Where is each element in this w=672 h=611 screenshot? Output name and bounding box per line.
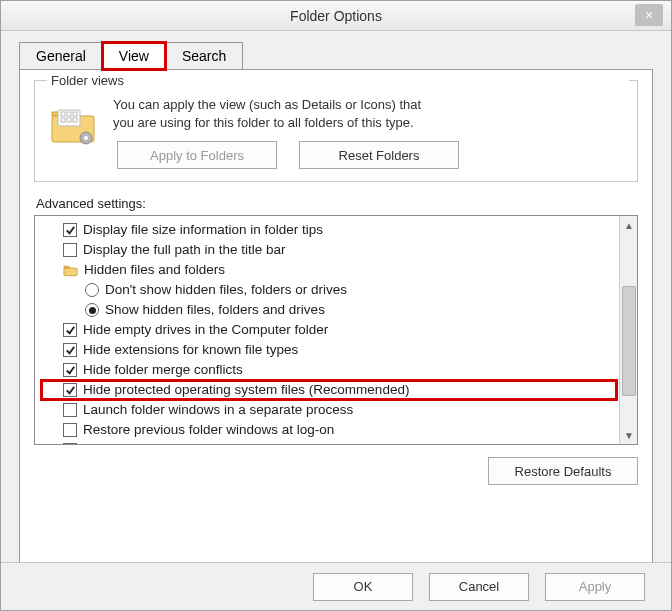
checkbox-unchecked-icon	[63, 423, 77, 437]
opt-launch-separate-process[interactable]: Launch folder windows in a separate proc…	[41, 400, 617, 420]
advanced-settings-label: Advanced settings:	[36, 196, 638, 211]
folder-views-legend: Folder views	[47, 73, 629, 88]
window-title: Folder Options	[290, 8, 382, 24]
scroll-down-icon[interactable]: ▼	[620, 426, 638, 444]
opt-label: Hide folder merge conflicts	[83, 360, 243, 380]
advanced-settings-list: Display file size information in folder …	[34, 215, 638, 445]
opt-label: Launch folder windows in a separate proc…	[83, 400, 353, 420]
checkbox-checked-icon	[63, 223, 77, 237]
tab-strip: General View Search	[1, 31, 671, 69]
opt-display-full-path[interactable]: Display the full path in the title bar	[41, 240, 617, 260]
checkbox-checked-icon	[63, 383, 77, 397]
tab-panel-view: Folder views	[19, 69, 653, 564]
opt-hide-empty-drives[interactable]: Hide empty drives in the Computer folder	[41, 320, 617, 340]
svg-rect-6	[67, 118, 71, 122]
checkbox-checked-icon	[63, 443, 77, 445]
cancel-button[interactable]: Cancel	[429, 573, 529, 601]
svg-point-9	[84, 136, 88, 140]
opt-hide-protected-os-files[interactable]: Hide protected operating system files (R…	[41, 380, 617, 400]
opt-hide-merge-conflicts[interactable]: Hide folder merge conflicts	[41, 360, 617, 380]
opt-show-hidden[interactable]: Show hidden files, folders and drives	[41, 300, 617, 320]
opt-label: Show drive letters	[83, 440, 190, 445]
opt-show-drive-letters[interactable]: Show drive letters	[41, 440, 617, 445]
folder-options-dialog: Folder Options × General View Search Fol…	[0, 0, 672, 611]
list-scrollbar[interactable]: ▲ ▼	[619, 216, 637, 444]
svg-rect-10	[64, 268, 77, 276]
restore-defaults-button[interactable]: Restore Defaults	[488, 457, 638, 485]
checkbox-unchecked-icon	[63, 243, 77, 257]
folder-views-group: Folder views	[34, 80, 638, 182]
opt-display-file-size[interactable]: Display file size information in folder …	[41, 220, 617, 240]
opt-label: Display file size information in folder …	[83, 220, 323, 240]
opt-label: Show hidden files, folders and drives	[105, 300, 325, 320]
opt-label: Hide empty drives in the Computer folder	[83, 320, 328, 340]
folder-views-desc-line2: you are using for this folder to all fol…	[113, 114, 459, 132]
svg-rect-7	[73, 118, 77, 122]
dialog-button-bar: OK Cancel Apply	[1, 562, 671, 610]
svg-rect-3	[67, 112, 71, 116]
tab-search[interactable]: Search	[165, 42, 243, 70]
opt-dont-show-hidden[interactable]: Don't show hidden files, folders or driv…	[41, 280, 617, 300]
reset-folders-button[interactable]: Reset Folders	[299, 141, 459, 169]
folder-icon	[63, 263, 78, 277]
folder-views-description: You can apply the view (such as Details …	[113, 96, 459, 169]
opt-label: Don't show hidden files, folders or driv…	[105, 280, 347, 300]
tab-view[interactable]: View	[102, 42, 166, 70]
opt-label: Display the full path in the title bar	[83, 240, 286, 260]
checkbox-unchecked-icon	[63, 403, 77, 417]
opt-label: Hidden files and folders	[84, 260, 225, 280]
scroll-thumb[interactable]	[622, 286, 636, 396]
opt-label: Hide protected operating system files (R…	[83, 380, 409, 400]
folder-views-desc-line1: You can apply the view (such as Details …	[113, 96, 459, 114]
svg-rect-2	[61, 112, 65, 116]
svg-rect-4	[73, 112, 77, 116]
scroll-up-icon[interactable]: ▲	[620, 216, 638, 234]
opt-hide-extensions[interactable]: Hide extensions for known file types	[41, 340, 617, 360]
opt-label: Restore previous folder windows at log-o…	[83, 420, 334, 440]
apply-button[interactable]: Apply	[545, 573, 645, 601]
opt-restore-prev-windows[interactable]: Restore previous folder windows at log-o…	[41, 420, 617, 440]
radio-unchecked-icon	[85, 283, 99, 297]
apply-to-folders-button[interactable]: Apply to Folders	[117, 141, 277, 169]
tab-general[interactable]: General	[19, 42, 103, 70]
checkbox-checked-icon	[63, 363, 77, 377]
checkbox-checked-icon	[63, 323, 77, 337]
titlebar: Folder Options ×	[1, 1, 671, 31]
svg-rect-5	[61, 118, 65, 122]
opt-hidden-files-group: Hidden files and folders	[41, 260, 617, 280]
folder-views-icon	[45, 96, 101, 152]
radio-checked-icon	[85, 303, 99, 317]
ok-button[interactable]: OK	[313, 573, 413, 601]
checkbox-checked-icon	[63, 343, 77, 357]
close-icon[interactable]: ×	[635, 4, 663, 26]
opt-label: Hide extensions for known file types	[83, 340, 298, 360]
